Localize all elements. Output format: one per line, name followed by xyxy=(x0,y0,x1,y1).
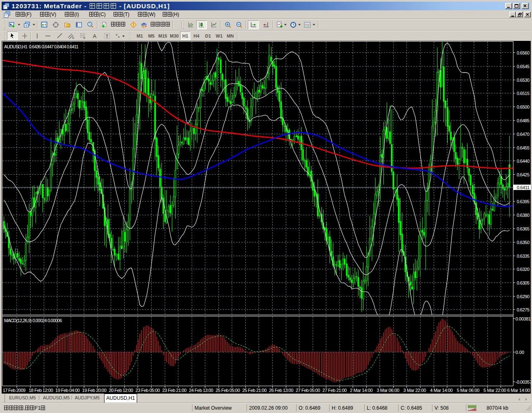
svg-text:25 Feb 05:00: 25 Feb 05:00 xyxy=(216,388,240,393)
svg-text:6 Mar 14:00: 6 Mar 14:00 xyxy=(507,388,530,393)
svg-text:0.6500: 0.6500 xyxy=(517,104,530,109)
svg-text:0.6470: 0.6470 xyxy=(517,132,530,137)
svg-text:F: F xyxy=(84,36,86,39)
svg-text:19 Feb 04:00: 19 Feb 04:00 xyxy=(55,388,80,393)
svg-text:5 Mar 22:00: 5 Mar 22:00 xyxy=(484,388,506,393)
svg-text:A: A xyxy=(93,33,97,39)
svg-text:0.6545: 0.6545 xyxy=(517,64,530,69)
svg-text:0.6380: 0.6380 xyxy=(517,213,530,218)
svg-text:17 Feb 2009: 17 Feb 2009 xyxy=(3,388,26,393)
svg-text:0.6485: 0.6485 xyxy=(517,118,530,123)
svg-text:0.6365: 0.6365 xyxy=(517,226,530,231)
svg-text:0.6275: 0.6275 xyxy=(517,307,530,312)
svg-text:24 Feb 13:00: 24 Feb 13:00 xyxy=(189,388,213,393)
svg-text:0.6515: 0.6515 xyxy=(517,91,530,96)
svg-text:18 Feb 12:00: 18 Feb 12:00 xyxy=(29,388,53,393)
svg-text:23 Feb 21:00: 23 Feb 21:00 xyxy=(162,388,187,393)
svg-text:0.6411: 0.6411 xyxy=(517,185,530,190)
svg-text:E: E xyxy=(72,36,74,39)
svg-text:0.6455: 0.6455 xyxy=(517,145,530,150)
svg-text:-0.00357: -0.00357 xyxy=(515,380,531,385)
svg-text:27 Feb 21:00: 27 Feb 21:00 xyxy=(323,388,347,393)
svg-text:0.6560: 0.6560 xyxy=(517,50,530,55)
svg-text:0.6305: 0.6305 xyxy=(517,280,530,285)
svg-text:23 Feb 05:00: 23 Feb 05:00 xyxy=(135,388,160,393)
svg-text:0.6350: 0.6350 xyxy=(517,240,530,245)
svg-text:T: T xyxy=(106,33,109,38)
svg-text:4 Mar 14:00: 4 Mar 14:00 xyxy=(430,388,453,393)
svg-text:0.00: 0.00 xyxy=(515,350,524,355)
svg-text:MACD(12,26,9) 0.00024 0.00006: MACD(12,26,9) 0.00024 0.00006 xyxy=(4,318,62,323)
svg-text:2 Mar 14:00: 2 Mar 14:00 xyxy=(350,388,373,393)
svg-text:0.6290: 0.6290 xyxy=(517,294,530,299)
svg-text:3 Mar 06:00: 3 Mar 06:00 xyxy=(377,388,399,393)
svg-text:0.6395: 0.6395 xyxy=(517,199,530,204)
svg-text:0.6335: 0.6335 xyxy=(517,254,530,259)
svg-text:0.6425: 0.6425 xyxy=(517,172,530,177)
svg-text:27 Feb 05:00: 27 Feb 05:00 xyxy=(296,388,320,393)
svg-text:0.6440: 0.6440 xyxy=(517,159,530,164)
svg-text:AUDUSD,H1 0.6436 0.6447 0.640: AUDUSD,H1 0.6436 0.6447 0.6404 0.6411 xyxy=(4,44,78,49)
svg-text:0.6320: 0.6320 xyxy=(517,267,530,272)
svg-text:26 Feb 13:00: 26 Feb 13:00 xyxy=(269,388,293,393)
svg-text:0.6530: 0.6530 xyxy=(517,78,530,83)
svg-text:5 Mar 06:00: 5 Mar 06:00 xyxy=(457,388,480,393)
svg-text:3 Mar 22:00: 3 Mar 22:00 xyxy=(404,388,426,393)
svg-text:0.00381: 0.00381 xyxy=(515,316,531,321)
svg-text:19 Feb 20:00: 19 Feb 20:00 xyxy=(82,388,107,393)
svg-text:25 Feb 21:00: 25 Feb 21:00 xyxy=(242,388,267,393)
svg-text:20 Feb 12:00: 20 Feb 12:00 xyxy=(109,388,133,393)
